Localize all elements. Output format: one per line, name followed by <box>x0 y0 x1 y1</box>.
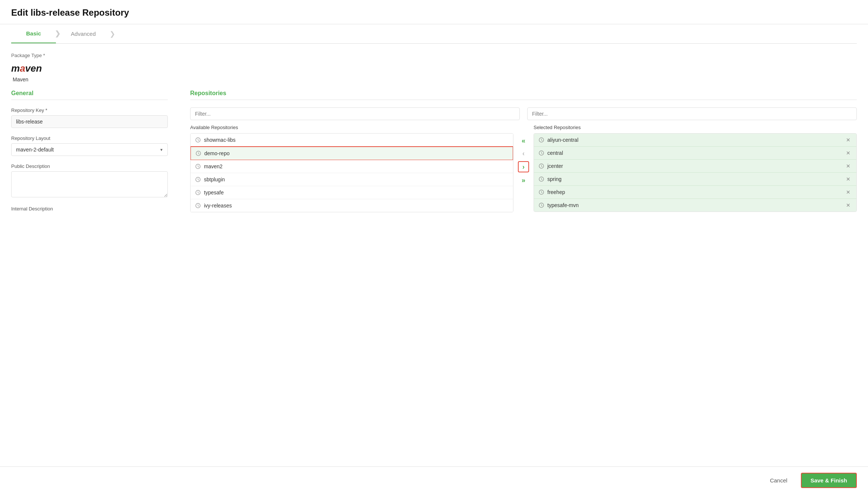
repo-item-name: showmac-libs <box>204 137 236 143</box>
list-item[interactable]: jcenter ✕ <box>534 160 856 173</box>
tab-advanced-chevron: ❯ <box>110 30 115 38</box>
maven-a: a <box>20 63 25 74</box>
repo-icon <box>538 189 544 195</box>
main-columns: General Repository Key * Repository Layo… <box>11 90 857 219</box>
repo-item-name: ivy-releases <box>204 203 232 209</box>
repo-layout-group: Repository Layout maven-2-default ivy-de… <box>11 135 168 156</box>
remove-typesafe-mvn-button[interactable]: ✕ <box>845 203 852 208</box>
repo-layout-label: Repository Layout <box>11 135 168 141</box>
tab-advanced[interactable]: Advanced ❯ <box>56 24 111 43</box>
repo-item-name: aliyun-central <box>547 137 845 143</box>
internal-desc-group: Internal Description <box>11 206 168 212</box>
available-repos-list: showmac-libs demo-repo <box>190 133 513 212</box>
content-area: Basic ❯ Advanced ❯ Package Type * maven … <box>0 24 868 466</box>
repo-item-name: spring <box>547 176 845 182</box>
general-section-header: General <box>11 90 168 100</box>
wizard-tabs: Basic ❯ Advanced ❯ <box>11 24 857 44</box>
repo-icon <box>538 163 544 169</box>
available-filter-input[interactable] <box>190 107 520 120</box>
repo-layout-select-wrapper: maven-2-default ivy-default simple-defau… <box>11 143 168 156</box>
public-desc-group: Public Description <box>11 163 168 198</box>
tab-basic-label: Basic <box>26 30 41 37</box>
repo-key-label: Repository Key * <box>11 107 168 113</box>
repo-item-name: demo-repo <box>204 150 230 156</box>
maven-logo-text: maven <box>11 63 42 74</box>
list-item[interactable]: ivy-releases <box>191 199 513 212</box>
repo-item-name: central <box>547 150 845 156</box>
transfer-buttons: « ‹ › » <box>513 136 534 185</box>
repos-columns: Available Repositories showmac-libs <box>190 125 857 212</box>
repo-icon <box>538 176 544 182</box>
left-column: General Repository Key * Repository Layo… <box>11 90 168 219</box>
repo-icon <box>195 203 201 209</box>
list-item[interactable]: spring ✕ <box>534 173 856 186</box>
available-repos-label: Available Repositories <box>190 125 513 130</box>
repo-icon <box>195 190 201 196</box>
repo-key-input[interactable] <box>11 115 168 128</box>
list-item[interactable]: typesafe-mvn ✕ <box>534 199 856 212</box>
selected-filter-input[interactable] <box>527 107 857 120</box>
list-item[interactable]: typesafe <box>191 186 513 199</box>
remove-central-button[interactable]: ✕ <box>845 150 852 156</box>
public-desc-label: Public Description <box>11 163 168 169</box>
repo-key-group: Repository Key * <box>11 107 168 128</box>
repo-icon <box>195 137 201 143</box>
page-footer: Cancel Save & Finish <box>0 466 868 494</box>
right-column: Repositories Available Repositories <box>190 90 857 219</box>
tab-basic-chevron: ❯ <box>55 29 60 38</box>
repos-filters <box>190 107 857 120</box>
save-finish-button[interactable]: Save & Finish <box>801 473 857 488</box>
repo-item-name: maven2 <box>204 163 223 169</box>
list-item[interactable]: aliyun-central ✕ <box>534 134 856 147</box>
page-title: Edit libs-release Repository <box>11 7 857 18</box>
list-item[interactable]: demo-repo <box>190 146 513 160</box>
selected-repos-list: aliyun-central ✕ central ✕ <box>534 133 857 212</box>
repo-icon <box>538 137 544 143</box>
repositories-section-header: Repositories <box>190 90 857 100</box>
list-item[interactable]: freehep ✕ <box>534 186 856 199</box>
remove-jcenter-button[interactable]: ✕ <box>845 163 852 169</box>
repo-layout-select[interactable]: maven-2-default ivy-default simple-defau… <box>11 143 168 156</box>
remove-spring-button[interactable]: ✕ <box>845 176 852 182</box>
cancel-button[interactable]: Cancel <box>762 473 795 487</box>
package-type-section: Package Type * maven Maven <box>11 53 857 82</box>
maven-logo: maven <box>11 63 857 74</box>
repo-icon <box>195 163 201 169</box>
move-all-right-button[interactable]: » <box>519 175 528 185</box>
available-repos-container: Available Repositories showmac-libs <box>190 125 513 212</box>
maven-m: m <box>11 63 20 74</box>
maven-name: Maven <box>13 76 857 82</box>
maven-ven: ven <box>25 63 42 74</box>
list-item[interactable]: maven2 <box>191 160 513 173</box>
tab-advanced-label: Advanced <box>71 31 96 37</box>
repo-icon <box>195 150 201 156</box>
move-right-button[interactable]: › <box>518 161 529 172</box>
repo-icon <box>538 202 544 208</box>
repo-item-name: freehep <box>547 189 845 195</box>
repo-item-name: sbtplugin <box>204 176 225 182</box>
remove-freehep-button[interactable]: ✕ <box>845 190 852 195</box>
internal-desc-label: Internal Description <box>11 206 168 212</box>
repo-item-name: jcenter <box>547 163 845 169</box>
public-desc-textarea[interactable] <box>11 171 168 197</box>
list-item[interactable]: showmac-libs <box>191 134 513 147</box>
repo-icon <box>538 150 544 156</box>
list-item[interactable]: sbtplugin <box>191 173 513 186</box>
selected-repos-container: Selected Repositories aliyun-central ✕ <box>534 125 857 212</box>
remove-aliyun-central-button[interactable]: ✕ <box>845 137 852 143</box>
list-item[interactable]: central ✕ <box>534 147 856 160</box>
repo-item-name: typesafe-mvn <box>547 202 845 208</box>
package-type-label: Package Type * <box>11 53 857 58</box>
repo-item-name: typesafe <box>204 190 224 196</box>
selected-repos-label: Selected Repositories <box>534 125 857 130</box>
page-wrapper: Edit libs-release Repository Basic ❯ Adv… <box>0 0 868 494</box>
page-header: Edit libs-release Repository <box>0 0 868 24</box>
move-all-left-button[interactable]: « <box>519 136 528 146</box>
move-left-button[interactable]: ‹ <box>519 148 528 158</box>
repo-icon <box>195 176 201 182</box>
tab-basic[interactable]: Basic ❯ <box>11 24 56 43</box>
